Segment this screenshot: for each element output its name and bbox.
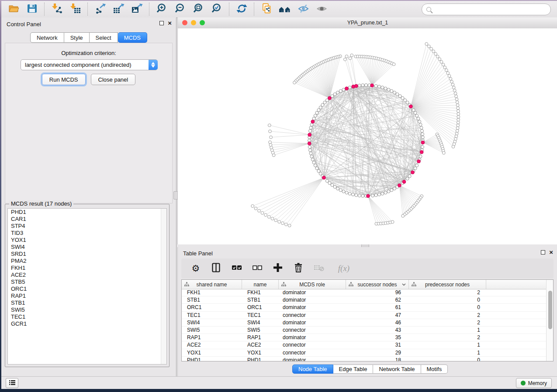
ring-node[interactable]	[387, 190, 390, 193]
tab-mcds[interactable]: MCDS	[118, 32, 147, 43]
ring-node[interactable]	[406, 177, 409, 180]
cell[interactable]: ORC1	[182, 304, 242, 311]
ring-node[interactable]	[421, 136, 424, 139]
ring-node[interactable]	[393, 91, 396, 94]
leaf-node[interactable]	[451, 83, 454, 86]
mcds-hub-node[interactable]	[398, 184, 401, 187]
ring-node[interactable]	[319, 172, 322, 175]
ring-node[interactable]	[310, 155, 313, 158]
leaf-node[interactable]	[281, 222, 284, 225]
table-row[interactable]: TEC1TEC1connector472	[182, 312, 547, 319]
leaf-node[interactable]	[456, 127, 459, 130]
mcds-node-item[interactable]: PMA2	[8, 258, 166, 265]
ring-node[interactable]	[309, 126, 312, 129]
leaf-node[interactable]	[269, 130, 272, 133]
cell[interactable]: SWI4	[182, 319, 242, 326]
duplicate-network-button[interactable]	[260, 3, 273, 15]
table-row[interactable]: FKH1FKH1dominator962	[182, 289, 547, 296]
ring-node[interactable]	[421, 129, 424, 132]
cell[interactable]: ACE2	[242, 341, 279, 348]
ring-node[interactable]	[358, 84, 361, 87]
leaf-node[interactable]	[453, 89, 456, 92]
cell[interactable]: SWI5	[182, 327, 242, 334]
cell[interactable]: TEC1	[242, 312, 279, 319]
ring-node[interactable]	[406, 101, 409, 104]
cell[interactable]: PHD1	[182, 357, 242, 361]
mcds-node-item[interactable]: YOX1	[8, 237, 166, 244]
mcds-node-item[interactable]: RAP1	[8, 292, 166, 299]
run-mcds-button[interactable]: Run MCDS	[42, 74, 86, 85]
zoom-out-button[interactable]	[174, 3, 186, 15]
column-header-name[interactable]: name	[242, 280, 279, 289]
ring-node[interactable]	[314, 114, 317, 117]
export-network-button[interactable]	[94, 3, 106, 15]
leaf-node[interactable]	[454, 92, 457, 95]
mcds-hub-node[interactable]	[420, 151, 423, 154]
close-panel-icon[interactable]: ×	[549, 250, 553, 254]
ring-node[interactable]	[328, 182, 331, 185]
leaf-node[interactable]	[448, 75, 451, 78]
leaf-node[interactable]	[271, 217, 274, 220]
leaf-node[interactable]	[264, 213, 267, 217]
ring-node[interactable]	[361, 84, 364, 87]
ring-node[interactable]	[309, 149, 312, 152]
network-canvas[interactable]	[178, 28, 557, 244]
show-all-button[interactable]	[315, 3, 328, 15]
leaf-node[interactable]	[350, 54, 353, 57]
mcds-node-item[interactable]: STP4	[8, 223, 166, 230]
float-panel-icon[interactable]	[541, 250, 545, 254]
ring-node[interactable]	[315, 111, 318, 114]
tab-motifs[interactable]: Motifs	[421, 364, 448, 374]
leaf-node[interactable]	[261, 211, 264, 214]
cell[interactable]: dominator	[279, 319, 346, 326]
float-panel-icon[interactable]	[159, 21, 164, 25]
leaf-node[interactable]	[267, 215, 270, 218]
tab-edge-table[interactable]: Edge Table	[333, 364, 374, 374]
cell[interactable]: PHD1	[242, 357, 279, 361]
ring-node[interactable]	[315, 167, 318, 170]
tab-network-table[interactable]: Network Table	[373, 364, 421, 374]
apply-layout-button[interactable]	[235, 3, 248, 15]
ring-node[interactable]	[419, 155, 422, 158]
ring-node[interactable]	[355, 194, 358, 197]
cell[interactable]: 43	[346, 327, 409, 334]
ring-node[interactable]	[414, 111, 417, 114]
leaf-node[interactable]	[456, 101, 459, 104]
search-box[interactable]	[422, 3, 551, 15]
cell[interactable]: 2	[409, 312, 486, 319]
mcds-hub-node[interactable]	[402, 180, 406, 184]
leaf-node[interactable]	[278, 220, 281, 224]
leaf-node[interactable]	[251, 205, 254, 208]
table-scrollbar-thumb[interactable]	[548, 291, 552, 329]
leaf-node[interactable]	[401, 214, 405, 217]
ring-node[interactable]	[415, 164, 419, 167]
ring-node[interactable]	[374, 84, 377, 87]
mcds-hub-node[interactable]	[308, 133, 311, 137]
ring-node[interactable]	[412, 109, 415, 112]
cell[interactable]: SWI4	[242, 319, 279, 326]
ring-node[interactable]	[336, 91, 339, 94]
ring-node[interactable]	[384, 191, 387, 194]
leaf-node[interactable]	[392, 63, 395, 66]
leaf-node[interactable]	[425, 42, 428, 45]
ring-node[interactable]	[309, 129, 312, 132]
import-network-button[interactable]	[51, 3, 63, 15]
mcds-node-item[interactable]: SRD1	[8, 251, 166, 258]
mcds-hub-node[interactable]	[409, 105, 413, 108]
cell[interactable]: connector	[279, 312, 346, 319]
ring-node[interactable]	[333, 186, 336, 189]
cell[interactable]: TEC1	[182, 312, 242, 319]
leaf-node[interactable]	[284, 223, 287, 226]
network-graph[interactable]	[178, 28, 557, 244]
cell[interactable]: 29	[346, 349, 409, 356]
ring-node[interactable]	[317, 169, 320, 172]
mcds-node-item[interactable]: CAR1	[8, 216, 166, 223]
export-image-button[interactable]	[131, 3, 143, 15]
cell[interactable]: dominator	[279, 304, 346, 311]
cell[interactable]: SWI5	[242, 327, 279, 334]
ring-node[interactable]	[342, 190, 345, 193]
function-builder-button[interactable]: f(x)	[334, 263, 354, 274]
ring-node[interactable]	[421, 145, 424, 148]
leaf-node[interactable]	[349, 57, 352, 60]
leaf-node[interactable]	[442, 63, 445, 66]
